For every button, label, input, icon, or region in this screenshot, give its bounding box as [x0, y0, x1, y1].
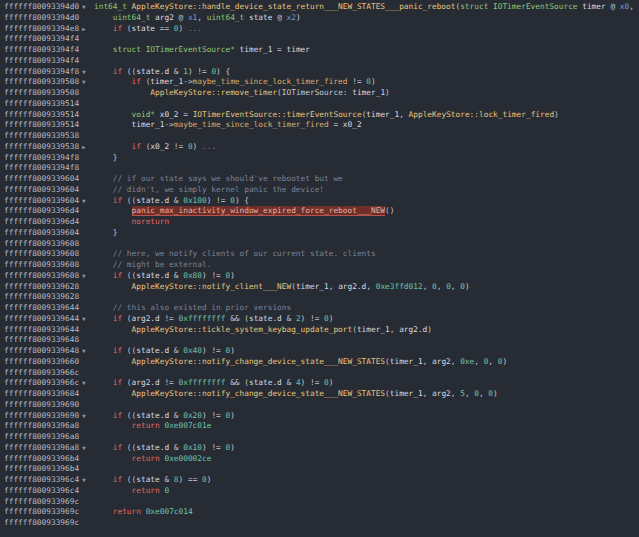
- collapse-open-arrow-icon[interactable]: ▼: [80, 443, 94, 454]
- address-label[interactable]: ffffff80093394d0: [4, 2, 80, 13]
- code-line[interactable]: ffffff8009339644 // this also existed in…: [4, 303, 639, 314]
- code-text[interactable]: AppleKeyStore::notify_client___NEW(timer…: [94, 282, 639, 293]
- code-text[interactable]: // here, we notify clients of our curren…: [94, 249, 639, 260]
- address-label[interactable]: ffffff80093394f4: [4, 45, 80, 56]
- code-line[interactable]: ffffff80093396a8: [4, 432, 639, 443]
- address-label[interactable]: ffffff80093394f8: [4, 153, 80, 164]
- code-line[interactable]: ffffff8009339648: [4, 335, 639, 346]
- code-line[interactable]: ffffff80093394f8▼ if ((state.d & 1) != 0…: [4, 67, 639, 78]
- code-text[interactable]: AppleKeyStore::notify_change_device_stat…: [94, 357, 639, 368]
- code-line[interactable]: ffffff8009339538: [4, 131, 639, 142]
- code-line[interactable]: ffffff8009339514 void* x0_2 = IOTimerEve…: [4, 110, 639, 121]
- code-line[interactable]: ffffff80093396b4 return 0xe00002ce: [4, 454, 639, 465]
- address-label[interactable]: ffffff8009339604: [4, 174, 80, 185]
- code-line[interactable]: ffffff800933966c: [4, 368, 639, 379]
- address-label[interactable]: ffffff80093396d4: [4, 217, 80, 228]
- code-text[interactable]: [94, 335, 639, 346]
- address-label[interactable]: ffffff80093394f8: [4, 67, 80, 78]
- address-label[interactable]: ffffff80093394f4: [4, 34, 80, 45]
- code-line[interactable]: ffffff800933969c: [4, 518, 639, 529]
- code-text[interactable]: return 0xe00002ce: [94, 454, 639, 465]
- code-text[interactable]: void* x0_2 = IOTimerEventSource::timerEv…: [94, 110, 639, 121]
- code-text[interactable]: [94, 239, 639, 250]
- code-text[interactable]: if (x0_2 != 0) ...: [94, 142, 639, 153]
- address-label[interactable]: ffffff80093396c4: [4, 475, 80, 486]
- code-text[interactable]: if ((state.d & 0x40) != 0): [94, 346, 639, 357]
- code-line[interactable]: ffffff800933969c: [4, 497, 639, 508]
- code-text[interactable]: return 0xe007c01e: [94, 421, 639, 432]
- code-line[interactable]: ffffff8009339660 AppleKeyStore::notify_c…: [4, 357, 639, 368]
- address-label[interactable]: ffffff800933969c: [4, 497, 80, 508]
- address-label[interactable]: ffffff8009339644: [4, 325, 80, 336]
- address-label[interactable]: ffffff8009339608: [4, 260, 80, 271]
- code-text[interactable]: if (state == 0) ...: [94, 24, 639, 35]
- code-text[interactable]: noreturn: [94, 217, 639, 228]
- address-label[interactable]: ffffff8009339604: [4, 185, 80, 196]
- code-text[interactable]: }: [94, 153, 639, 164]
- code-line[interactable]: ffffff80093394f4: [4, 34, 639, 45]
- code-text[interactable]: timer_1->maybe_time_since_lock_timer_fir…: [94, 120, 639, 131]
- code-line[interactable]: ffffff80093396a8▼ if ((state.d & 0x10) !…: [4, 443, 639, 454]
- address-label[interactable]: ffffff8009339604: [4, 196, 80, 207]
- code-text[interactable]: [94, 497, 639, 508]
- address-label[interactable]: ffffff8009339648: [4, 335, 80, 346]
- address-label[interactable]: ffffff8009339644: [4, 314, 80, 325]
- address-label[interactable]: ffffff80093396b4: [4, 454, 80, 465]
- address-label[interactable]: ffffff80093396a8: [4, 421, 80, 432]
- code-line[interactable]: ffffff8009339514 timer_1->maybe_time_sin…: [4, 120, 639, 131]
- code-line[interactable]: ffffff80093394d0 uint64_t arg2 @ x1, uin…: [4, 13, 639, 24]
- address-label[interactable]: ffffff8009339690: [4, 411, 80, 422]
- code-text[interactable]: [94, 400, 639, 411]
- code-text[interactable]: if ((state.d & 1) != 0) {: [94, 67, 639, 78]
- code-line[interactable]: ffffff80093394e8▶ if (state == 0) ...: [4, 24, 639, 35]
- code-text[interactable]: panic_max_inactivity_window_expired_forc…: [94, 206, 639, 217]
- code-text[interactable]: [94, 292, 639, 303]
- address-label[interactable]: ffffff8009339608: [4, 239, 80, 250]
- collapse-open-arrow-icon[interactable]: ▼: [80, 475, 94, 486]
- code-text[interactable]: if (arg2.d != 0xffffffff && (state.d & 2…: [94, 314, 639, 325]
- code-line[interactable]: ffffff8009339648▼ if ((state.d & 0x40) !…: [4, 346, 639, 357]
- code-text[interactable]: if ((state.d & 0x10) != 0): [94, 443, 639, 454]
- address-label[interactable]: ffffff80093396c4: [4, 486, 80, 497]
- address-label[interactable]: ffffff8009339660: [4, 357, 80, 368]
- code-line[interactable]: ffffff80093396c4 return 0: [4, 486, 639, 497]
- code-text[interactable]: if ((state.d & 0x100) != 0) {: [94, 196, 639, 207]
- code-line[interactable]: ffffff8009339608▼ if ((state.d & 0x80) !…: [4, 271, 639, 282]
- code-line[interactable]: ffffff8009339604▼ if ((state.d & 0x100) …: [4, 196, 639, 207]
- address-label[interactable]: ffffff80093396a8: [4, 443, 80, 454]
- address-label[interactable]: ffffff800933969c: [4, 518, 80, 529]
- address-label[interactable]: ffffff80093394f8: [4, 163, 80, 174]
- code-line[interactable]: ffffff800933966c▼ if (arg2.d != 0xffffff…: [4, 378, 639, 389]
- collapse-open-arrow-icon[interactable]: ▼: [80, 271, 94, 282]
- code-line[interactable]: ffffff8009339608 // might be external.: [4, 260, 639, 271]
- code-text[interactable]: AppleKeyStore::notify_change_device_stat…: [94, 389, 639, 400]
- address-label[interactable]: ffffff8009339514: [4, 110, 80, 121]
- code-text[interactable]: }: [94, 228, 639, 239]
- address-label[interactable]: ffffff8009339608: [4, 271, 80, 282]
- code-text[interactable]: [94, 368, 639, 379]
- address-label[interactable]: ffffff80093396b4: [4, 464, 80, 475]
- collapse-closed-arrow-icon[interactable]: ▶: [80, 24, 94, 35]
- code-text[interactable]: [94, 131, 639, 142]
- address-label[interactable]: ffffff800933966c: [4, 368, 80, 379]
- code-text[interactable]: [94, 56, 639, 67]
- address-label[interactable]: ffffff8009339608: [4, 249, 80, 260]
- code-text[interactable]: // didn't, we simply kernel panic the de…: [94, 185, 639, 196]
- code-text[interactable]: uint64_t arg2 @ x1, uint64_t state @ x2): [94, 13, 639, 24]
- code-line[interactable]: ffffff80093394f4 struct IOTimerEventSour…: [4, 45, 639, 56]
- code-line[interactable]: ffffff8009339644▼ if (arg2.d != 0xffffff…: [4, 314, 639, 325]
- code-line[interactable]: ffffff8009339628 AppleKeyStore::notify_c…: [4, 282, 639, 293]
- code-line[interactable]: ffffff8009339608 // here, we notify clie…: [4, 249, 639, 260]
- code-line[interactable]: ffffff8009339684 AppleKeyStore::notify_c…: [4, 389, 639, 400]
- code-line[interactable]: ffffff80093394f4: [4, 56, 639, 67]
- code-line[interactable]: ffffff8009339644 AppleKeyStore::tickle_s…: [4, 325, 639, 336]
- code-line[interactable]: ffffff8009339604 }: [4, 228, 639, 239]
- address-label[interactable]: ffffff8009339690: [4, 400, 80, 411]
- code-text[interactable]: if (timer_1->maybe_time_since_lock_timer…: [94, 77, 639, 88]
- code-line[interactable]: ffffff80093396d4 noreturn: [4, 217, 639, 228]
- address-label[interactable]: ffffff800933966c: [4, 378, 80, 389]
- collapse-open-arrow-icon[interactable]: ▼: [80, 346, 94, 357]
- collapse-open-arrow-icon[interactable]: ▼: [80, 196, 94, 207]
- code-line[interactable]: ffffff80093396a8 return 0xe007c01e: [4, 421, 639, 432]
- address-label[interactable]: ffffff800933969c: [4, 507, 80, 518]
